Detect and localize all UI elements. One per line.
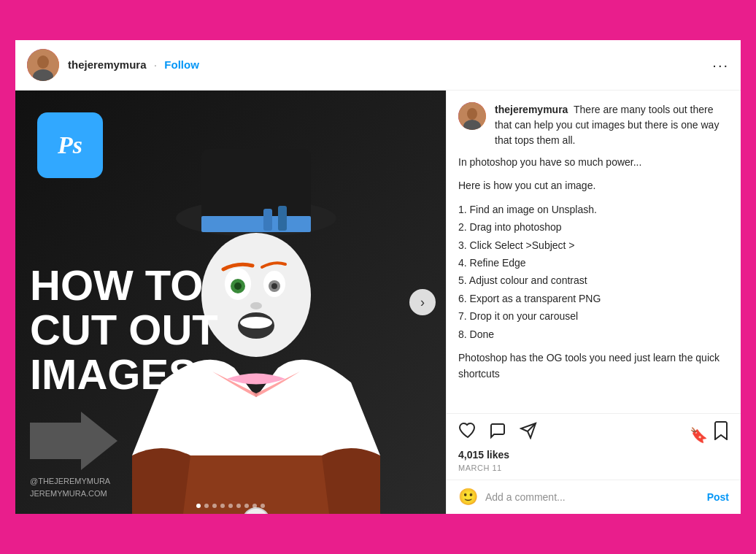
carousel-dot-1[interactable] [196, 504, 201, 508]
carousel-dot-2[interactable] [204, 504, 209, 508]
step-3: 3. Click Select >Subject > [458, 237, 729, 253]
carousel-dot-8[interactable] [252, 504, 257, 508]
post-title: HOW TO CUT OUT IMAGES [30, 263, 218, 397]
caption-paragraph2: In photoshop you have so much power... [458, 154, 729, 170]
step-1: 1. Find an image on Unsplash. [458, 201, 729, 218]
comment-post-button[interactable]: Post [707, 491, 729, 503]
watermark-line2: JEREMYMURA.COM [30, 488, 110, 500]
carousel-dot-6[interactable] [236, 504, 241, 508]
caption-body: In photoshop you have so much power... H… [447, 154, 741, 413]
post-header: thejeremymura · Follow ··· [15, 40, 741, 91]
svg-point-14 [271, 283, 277, 289]
svg-rect-6 [263, 209, 272, 231]
svg-rect-4 [201, 149, 311, 222]
like-button[interactable] [458, 422, 477, 444]
carousel-dot-9[interactable] [261, 504, 265, 508]
svg-point-24 [467, 108, 477, 120]
comment-input[interactable] [485, 491, 700, 503]
carousel-dot-5[interactable] [228, 504, 233, 508]
watermark: @THEJEREMYMURA JEREMYMURA.COM [30, 475, 110, 499]
carousel-dot-4[interactable] [220, 504, 225, 508]
carousel-dots [196, 504, 265, 508]
header-left: thejeremymura · Follow [27, 49, 199, 81]
caption-paragraph4: Photoshop has the OG tools you need just… [458, 350, 729, 382]
caption-author-row: thejeremymura There are many tools out t… [447, 91, 741, 154]
more-options-button[interactable]: ··· [712, 57, 729, 74]
comment-button[interactable] [489, 422, 508, 444]
step-5: 5. Adjust colour and contrast [458, 272, 729, 288]
follow-button[interactable]: Follow [164, 58, 199, 71]
actions-row [447, 413, 741, 449]
svg-point-15 [250, 302, 262, 309]
post-body: Ps [15, 91, 741, 514]
svg-marker-22 [30, 412, 117, 470]
caption-text: thejeremymura There are many tools out t… [495, 102, 729, 148]
svg-rect-5 [201, 216, 311, 232]
title-line2: CUT OUT [30, 308, 218, 353]
comment-row: 🙂 Post [447, 480, 741, 514]
step-6: 6. Export as a transparent PNG [458, 291, 729, 307]
image-panel: Ps [15, 91, 446, 514]
emoji-picker-button[interactable]: 🙂 [458, 488, 478, 507]
carousel-dot-3[interactable] [212, 504, 217, 508]
steps-list: 1. Find an image on Unsplash. 2. Drag in… [458, 201, 729, 342]
caption-paragraph3: Here is how you cut an image. [458, 177, 729, 193]
post-date: MARCH 11 [447, 463, 741, 480]
caption-username: thejeremymura [495, 104, 568, 115]
arrow-icon [30, 412, 117, 470]
likes-count: 4,015 likes [447, 449, 741, 463]
carousel-next-button[interactable]: › [409, 289, 436, 315]
caption-avatar [458, 102, 486, 130]
svg-point-1 [37, 55, 49, 69]
caption-panel: thejeremymura There are many tools out t… [446, 91, 741, 514]
carousel-dot-7[interactable] [244, 504, 249, 508]
step-8: 8. Done [458, 326, 729, 342]
svg-rect-7 [278, 206, 287, 231]
svg-point-11 [234, 282, 242, 290]
bookmark-button[interactable] [690, 421, 729, 445]
title-line1: HOW TO [30, 263, 218, 308]
step-7: 7. Drop it on your carousel [458, 308, 729, 324]
watermark-line1: @THEJEREMYMURA [30, 475, 110, 488]
svg-point-17 [240, 317, 272, 328]
header-username-row: thejeremymura · Follow [68, 58, 199, 72]
dot-separator: · [154, 59, 157, 71]
step-4: 4. Refine Edge [458, 255, 729, 271]
title-line3: IMAGES [30, 353, 218, 397]
instagram-card: thejeremymura · Follow ··· Ps [13, 38, 743, 516]
avatar [27, 49, 59, 81]
step-2: 2. Drag into photoshop [458, 219, 729, 235]
header-username: thejeremymura [68, 58, 147, 71]
share-button[interactable] [520, 422, 539, 444]
